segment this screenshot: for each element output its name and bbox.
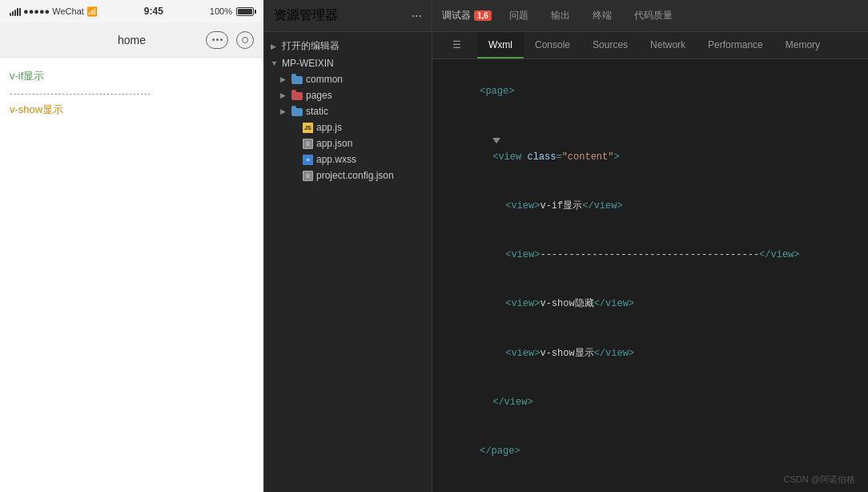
xml-tag-page-close: </page> [480, 446, 520, 457]
xml-tag-view-divider-close: </view> [759, 249, 799, 260]
dot-1 [212, 38, 215, 41]
xml-line-view-content: <view class="content"> [445, 116, 855, 182]
collapse-arrow-icon[interactable] [492, 138, 500, 143]
tab-memory[interactable]: Memory [774, 32, 831, 58]
explorer-item-static[interactable]: ▶ static [264, 103, 432, 119]
battery-fill [238, 9, 252, 14]
arrow-right-icon-static: ▶ [280, 107, 288, 115]
battery-icon [236, 7, 254, 16]
nav-circle-icon[interactable] [236, 31, 254, 49]
xml-tag-view-hidden-close: </view> [594, 298, 634, 309]
xml-line-vshow-hidden: <view>v-show隐藏</view> [445, 280, 855, 329]
file-label-appjson: app.json [316, 138, 352, 149]
editor-section-label: 打开的编辑器 [282, 39, 340, 53]
explorer-item-projectconfig[interactable]: {} project.config.json [264, 167, 432, 183]
phone-status-right: 100% [210, 6, 254, 16]
folder-label-pages: pages [306, 90, 332, 101]
selector-icon: ☰ [450, 38, 463, 51]
xml-line-page-close: </page> [445, 427, 855, 476]
signal-bar-4 [17, 8, 18, 16]
tab-output[interactable]: 输出 [546, 6, 575, 26]
project-section-label: MP-WEIXIN [282, 58, 334, 69]
xml-text-vshow-hidden: v-show隐藏 [540, 298, 593, 309]
explorer-item-common[interactable]: ▶ common [264, 71, 432, 87]
signal-bar-1 [10, 13, 11, 16]
xml-line-view-close: </view> [445, 377, 855, 426]
phone-nav-icons [206, 31, 254, 49]
xml-tag-page-open: <page> [480, 86, 514, 97]
debugger-section: 调试器 1,6 [442, 9, 492, 22]
tab-wxml[interactable]: Wxml [477, 32, 524, 58]
tab-network[interactable]: Network [639, 32, 697, 58]
tab-performance[interactable]: Performance [697, 32, 774, 58]
xml-tag-view-vif-open: <view> [505, 200, 540, 212]
xml-text-vif: v-if显示 [540, 200, 582, 212]
folder-icon-static [291, 107, 303, 116]
folder-icon-common [291, 75, 303, 84]
config-file-icon: {} [303, 171, 313, 181]
file-label-projectconfig: project.config.json [316, 170, 394, 181]
signal-bar-3 [14, 10, 16, 16]
tab-codequality[interactable]: 代码质量 [629, 6, 677, 26]
js-file-icon: JS [303, 123, 313, 133]
phone-nav-title: home [118, 34, 146, 46]
tab-issues[interactable]: 问题 [504, 6, 533, 26]
explorer-item-appjs[interactable]: JS app.js [264, 119, 432, 135]
dot-2 [216, 38, 219, 41]
watermark-text: CSDN @阿诺伯格 [784, 474, 855, 484]
devtools-tab-bar: ☰ Wxml Console Sources Network Performan… [432, 32, 868, 59]
xml-line-vshow-show: <view>v-show显示</view> [445, 329, 855, 377]
explorer-item-appwxss[interactable]: ≡ app.wxss [264, 151, 432, 167]
explorer-panel: 资源管理器 ··· ▶ 打开的编辑器 ▼ MP-WEIXIN ▶ common … [264, 0, 432, 492]
xml-tag-view-hidden-open: <view> [505, 298, 540, 309]
tab-sources[interactable]: Sources [581, 32, 639, 58]
arrow-down-icon: ▼ [271, 59, 279, 67]
explorer-project-section[interactable]: ▼ MP-WEIXIN [264, 55, 432, 71]
phone-status-left: ●●●●● WeChat 📶 [10, 6, 98, 17]
xml-line-page-open: <page> [445, 67, 855, 116]
arrow-right-icon: ▶ [271, 42, 279, 50]
debugger-label: 调试器 [442, 9, 471, 22]
json-file-icon: {} [303, 139, 313, 149]
file-label-appwxss: app.wxss [316, 154, 356, 165]
xml-tag-view-close: </view> [492, 397, 532, 408]
phone-panel: ●●●●● WeChat 📶 9:45 100% home v-if显示 ---… [0, 0, 264, 492]
arrow-right-icon-common: ▶ [280, 75, 288, 83]
xml-tag-close-bracket: > [613, 151, 619, 163]
devtools-panel: 调试器 1,6 问题 输出 终端 代码质量 ☰ Wxml Console Sou… [432, 0, 868, 492]
phone-content: v-if显示 ---------------------------------… [0, 58, 263, 492]
phone-divider: -------------------------------------- [0, 87, 263, 99]
folder-label-common: common [306, 74, 343, 85]
tab-selector[interactable]: ☰ [439, 32, 477, 58]
signal-bar-5 [19, 8, 21, 16]
battery-percent: 100% [210, 6, 232, 16]
xml-tag-view-open: <view [492, 151, 527, 163]
xml-tag-view-vif-close: </view> [582, 200, 622, 212]
explorer-item-pages[interactable]: ▶ pages [264, 87, 432, 103]
devtools-wxml-content: <page> <view class="content"> <view>v-if… [432, 59, 868, 492]
arrow-right-icon-pages: ▶ [280, 91, 288, 99]
signal-bar-2 [12, 11, 14, 16]
xml-tag-view-divider-open: <view> [505, 249, 540, 260]
explorer-editor-section[interactable]: ▶ 打开的编辑器 [264, 37, 432, 55]
explorer-item-appjson[interactable]: {} app.json [264, 135, 432, 151]
nav-dots-icon[interactable] [206, 31, 228, 49]
debugger-badge: 1,6 [474, 10, 492, 21]
watermark: CSDN @阿诺伯格 [784, 474, 855, 486]
explorer-toolbar-title: 资源管理器 [274, 7, 338, 24]
explorer-more-icon[interactable]: ··· [412, 9, 422, 23]
wifi-icon: 📶 [86, 6, 98, 17]
phone-status-bar: ●●●●● WeChat 📶 9:45 100% [0, 0, 263, 22]
explorer-toolbar: 资源管理器 ··· [264, 0, 432, 32]
phone-nav-bar: home [0, 22, 263, 58]
xml-tag-eq: = [556, 151, 561, 163]
xml-text-vshow: v-show显示 [540, 348, 593, 359]
tab-terminal[interactable]: 终端 [588, 6, 617, 26]
tab-console[interactable]: Console [524, 32, 581, 58]
wxss-file-icon: ≡ [303, 155, 313, 165]
explorer-section: ▶ 打开的编辑器 ▼ MP-WEIXIN ▶ common ▶ pages ▶ … [264, 32, 432, 188]
devtools-header: 调试器 1,6 问题 输出 终端 代码质量 [432, 0, 868, 32]
signal-bars-icon [10, 7, 21, 16]
xml-line-vif: <view>v-if显示</view> [445, 182, 855, 231]
dot-3 [220, 38, 223, 41]
